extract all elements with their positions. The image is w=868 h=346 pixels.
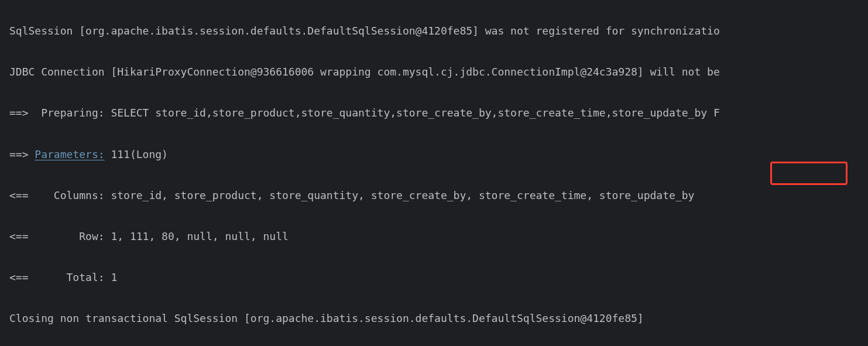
log-line: ==> Parameters: 111(Long): [9, 144, 868, 165]
console-output: SqlSession [org.apache.ibatis.session.de…: [0, 0, 868, 346]
log-line: <== Total: 1: [9, 267, 868, 287]
log-prefix: ==>: [9, 148, 35, 160]
log-text: 111(Long): [105, 148, 168, 160]
log-line: SqlSession [org.apache.ibatis.session.de…: [9, 20, 868, 41]
log-line: <== Columns: store_id, store_product, st…: [9, 185, 868, 205]
log-line: JDBC Connection [HikariProxyConnection@9…: [9, 61, 868, 82]
highlight-annotation: [770, 162, 848, 185]
log-line: <== Row: 1, 111, 80, null, null, null: [9, 226, 868, 246]
parameters-link[interactable]: Parameters:: [35, 148, 104, 160]
log-line: Closing non transactional SqlSession [or…: [9, 308, 868, 328]
log-line: ==> Preparing: SELECT store_id,store_pro…: [9, 102, 868, 123]
